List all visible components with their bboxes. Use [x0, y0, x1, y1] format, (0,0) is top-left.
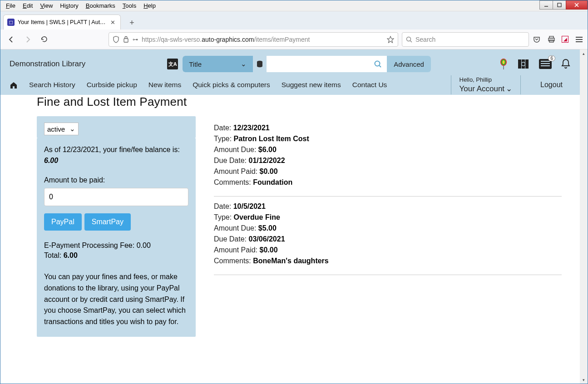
- print-icon[interactable]: [547, 35, 555, 44]
- fine-item: Date: 10/5/2021Type: Overdue FineAmount …: [214, 197, 562, 275]
- tab-title: Your Items | SWLS | PLATT | Aut…: [18, 19, 106, 25]
- scroll-up-arrow[interactable]: ▴: [580, 49, 588, 57]
- menu-history[interactable]: History: [56, 1, 82, 10]
- svg-point-11: [375, 61, 380, 66]
- language-icon[interactable]: 文A: [167, 59, 178, 69]
- search-placeholder: Search: [415, 36, 435, 43]
- nav-contact-us[interactable]: Contact Us: [352, 81, 387, 89]
- balloon-icon[interactable]: [499, 58, 508, 70]
- lock-icon: [123, 36, 129, 43]
- tab-close-button[interactable]: ✕: [109, 19, 117, 26]
- database-icon[interactable]: [253, 56, 267, 72]
- lists-button[interactable]: 6: [539, 59, 552, 69]
- svg-rect-17: [518, 59, 521, 69]
- svg-point-5: [407, 37, 411, 41]
- menu-help[interactable]: Help: [140, 1, 159, 10]
- scroll-down-arrow[interactable]: ▾: [580, 376, 588, 384]
- browser-tab[interactable]: ⬚ Your Items | SWLS | PLATT | Aut… ✕: [3, 15, 121, 30]
- new-tab-button[interactable]: +: [125, 16, 139, 30]
- search-button[interactable]: [369, 56, 387, 72]
- help-text: You can pay your fines and fees, or make…: [44, 271, 188, 328]
- pocket-icon[interactable]: [533, 35, 541, 44]
- nav-search-history[interactable]: Search History: [29, 81, 75, 89]
- shield-icon: [113, 36, 119, 43]
- library-nav: Search History Curbside pickup New items…: [0, 75, 580, 95]
- svg-rect-19: [525, 59, 529, 69]
- search-type-dropdown[interactable]: Title ⌄: [183, 56, 253, 72]
- chevron-down-icon: ⌄: [241, 60, 247, 68]
- menu-file[interactable]: File: [2, 1, 19, 10]
- address-bar[interactable]: ⊶ https://qa-swls-verso.auto-graphics.co…: [109, 32, 398, 47]
- menu-tools[interactable]: Tools: [119, 1, 140, 10]
- svg-rect-18: [522, 59, 525, 69]
- vertical-scrollbar[interactable]: ▴ ▾: [580, 49, 588, 384]
- window-maximize-button[interactable]: [553, 0, 566, 10]
- nav-suggest-new[interactable]: Suggest new items: [282, 81, 341, 89]
- status-filter-dropdown[interactable]: active ⌄: [44, 123, 79, 135]
- catalog-search-input[interactable]: [267, 56, 369, 72]
- favicon-icon: ⬚: [7, 19, 15, 26]
- nav-quick-picks[interactable]: Quick picks & computers: [193, 81, 270, 89]
- svg-point-15: [503, 60, 505, 64]
- list-badge: 6: [548, 55, 555, 61]
- total-line: Total: 6.00: [44, 251, 188, 260]
- chevron-down-icon: ⌄: [69, 125, 75, 133]
- advanced-search-button[interactable]: Advanced: [387, 56, 431, 72]
- page-title: Fine and Lost Item Payment: [37, 95, 580, 109]
- fines-list: Date: 12/23/2021Type: Patron Lost Item C…: [214, 116, 580, 337]
- forward-button[interactable]: [21, 33, 34, 46]
- notifications-bell-icon[interactable]: [561, 59, 571, 69]
- greeting: Hello, Phillip: [460, 76, 513, 84]
- svg-line-6: [410, 40, 412, 42]
- window-minimize-button[interactable]: [539, 0, 553, 10]
- smartpay-button[interactable]: SmartPay: [84, 213, 131, 231]
- reload-button[interactable]: [38, 33, 50, 46]
- logout-link[interactable]: Logout: [532, 81, 571, 89]
- svg-rect-4: [124, 39, 128, 42]
- extension-icon[interactable]: ◢: [562, 36, 568, 43]
- search-icon: [406, 36, 412, 43]
- browser-search-box[interactable]: Search: [402, 32, 529, 47]
- processing-fee: E-Payment Processing Fee: 0.00: [44, 241, 188, 250]
- toolbar: ⊶ https://qa-swls-verso.auto-graphics.co…: [0, 30, 588, 49]
- menu-view[interactable]: View: [36, 1, 56, 10]
- nav-new-items[interactable]: New items: [148, 81, 181, 89]
- svg-line-12: [379, 65, 381, 67]
- bookmark-star-icon[interactable]: [387, 36, 394, 43]
- amount-input[interactable]: [44, 188, 188, 206]
- nav-curbside-pickup[interactable]: Curbside pickup: [87, 81, 137, 89]
- payment-panel: active ⌄: [37, 116, 196, 138]
- menu-bookmarks[interactable]: Bookmarks: [82, 1, 119, 10]
- url-text: https://qa-swls-verso.auto-graphics.com/…: [142, 36, 383, 43]
- chevron-down-icon: ⌄: [506, 84, 512, 94]
- back-button[interactable]: [5, 33, 18, 46]
- balance-text: As of 12/23/2021, your fine/fee balance …: [44, 144, 188, 166]
- menu-edit[interactable]: Edit: [19, 1, 36, 10]
- library-header: Demonstration Library 文A Title ⌄ Adva: [0, 49, 580, 75]
- library-name: Demonstration Library: [10, 59, 85, 69]
- app-menu-button[interactable]: [575, 35, 583, 44]
- tab-strip: ⬚ Your Items | SWLS | PLATT | Aut… ✕ +: [0, 11, 588, 30]
- account-menu[interactable]: Hello, Phillip Your Account⌄: [451, 75, 521, 94]
- home-icon[interactable]: [10, 81, 18, 89]
- amount-label: Amount to be paid:: [44, 176, 188, 184]
- permissions-icon: ⊶: [133, 36, 138, 43]
- paypal-button[interactable]: PayPal: [44, 213, 82, 231]
- svg-rect-1: [558, 3, 561, 7]
- resources-icon[interactable]: [517, 59, 530, 69]
- fine-item: Date: 12/23/2021Type: Patron Lost Item C…: [214, 118, 562, 197]
- window-close-button[interactable]: [566, 0, 588, 10]
- browser-menubar: File Edit View History Bookmarks Tools H…: [0, 0, 588, 11]
